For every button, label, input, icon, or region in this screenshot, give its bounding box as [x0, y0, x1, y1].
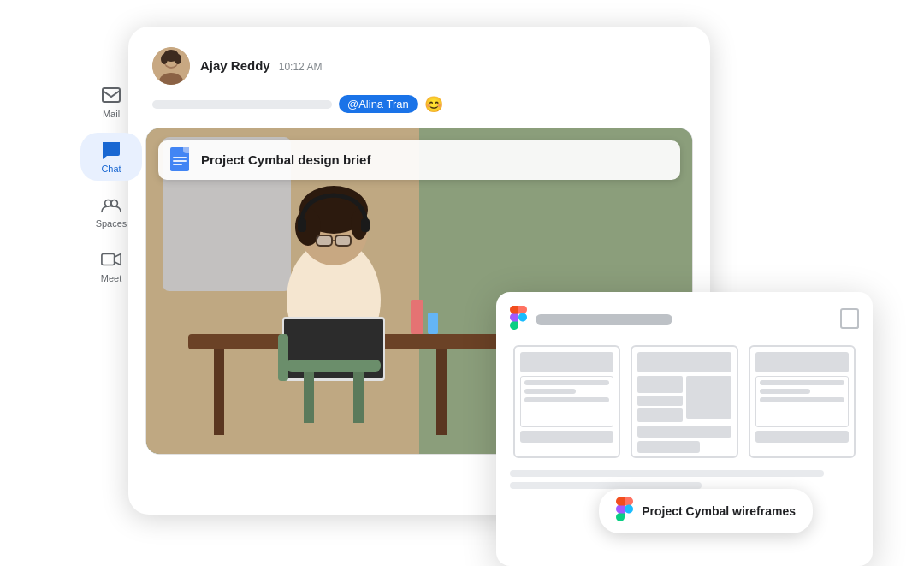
wireframe-grid — [510, 345, 859, 458]
meet-icon — [101, 249, 121, 270]
mention-tag[interactable]: @Alina Tran — [339, 95, 418, 113]
sidebar-label-mail: Mail — [103, 109, 120, 119]
copy-icon[interactable] — [842, 310, 859, 329]
wireframe-box-1 — [513, 345, 620, 458]
sidebar-item-mail[interactable]: Mail — [80, 78, 142, 126]
doc-title: Project Cymbal design brief — [201, 152, 370, 167]
sidebar-item-chat[interactable]: Chat — [80, 133, 142, 181]
sidebar-label-spaces: Spaces — [96, 218, 127, 229]
sidebar-label-meet: Meet — [101, 273, 121, 283]
chat-icon — [101, 140, 121, 160]
svg-rect-3 — [102, 253, 115, 265]
figma-header-left — [510, 306, 672, 333]
svg-point-10 — [175, 54, 181, 64]
svg-rect-25 — [335, 235, 351, 246]
sender-name-row: Ajay Reddy 10:12 AM — [200, 58, 322, 73]
spaces-icon — [101, 194, 121, 215]
sender-info: Ajay Reddy 10:12 AM — [200, 58, 322, 73]
svg-rect-15 — [214, 349, 224, 435]
sender-name: Ajay Reddy — [200, 58, 270, 73]
wireframe-box-3 — [749, 345, 856, 458]
scene: Mail Chat Spaces — [77, 27, 847, 540]
wf-top-3 — [755, 352, 849, 372]
figma-footer-line-2 — [510, 482, 702, 489]
message-bar — [152, 100, 332, 109]
svg-rect-23 — [361, 218, 370, 232]
emoji-reaction: 😊 — [424, 95, 443, 114]
gdocs-icon — [170, 147, 192, 173]
wireframe-box-2 — [631, 345, 737, 458]
svg-rect-22 — [298, 218, 306, 232]
figma-title-bar — [536, 314, 672, 325]
wf-content-3 — [755, 376, 849, 427]
svg-rect-16 — [436, 349, 447, 435]
svg-point-9 — [161, 54, 168, 64]
figma-badge-icon — [616, 497, 633, 525]
figma-footer-line-1 — [510, 470, 824, 477]
svg-rect-33 — [411, 300, 424, 334]
figma-logo-icon — [510, 306, 527, 333]
wf-top-2 — [637, 352, 731, 372]
figma-badge[interactable]: Project Cymbal wireframes — [599, 489, 813, 533]
figma-badge-label: Project Cymbal wireframes — [642, 504, 796, 518]
message-header: Ajay Reddy 10:12 AM — [128, 27, 710, 95]
sidebar-item-meet[interactable]: Meet — [80, 242, 142, 290]
sidebar-item-spaces[interactable]: Spaces — [80, 188, 142, 235]
svg-rect-29 — [287, 360, 381, 372]
figma-card-header — [510, 306, 859, 333]
svg-rect-32 — [278, 334, 288, 381]
sidebar: Mail Chat Spaces — [77, 27, 145, 540]
message-timestamp: 10:12 AM — [279, 61, 323, 73]
sidebar-label-chat: Chat — [101, 164, 121, 174]
doc-header-bar: Project Cymbal design brief — [158, 140, 680, 180]
mail-icon — [101, 85, 121, 105]
wf-top-1 — [520, 352, 613, 372]
svg-rect-24 — [317, 235, 332, 246]
svg-rect-0 — [103, 88, 120, 102]
svg-rect-34 — [428, 313, 438, 334]
svg-rect-30 — [304, 372, 314, 423]
figma-card-footer — [510, 470, 859, 489]
wf-content-1 — [520, 376, 613, 427]
message-row: @Alina Tran 😊 — [128, 95, 710, 124]
svg-rect-31 — [353, 372, 364, 423]
avatar — [152, 47, 190, 85]
svg-point-2 — [111, 200, 117, 206]
